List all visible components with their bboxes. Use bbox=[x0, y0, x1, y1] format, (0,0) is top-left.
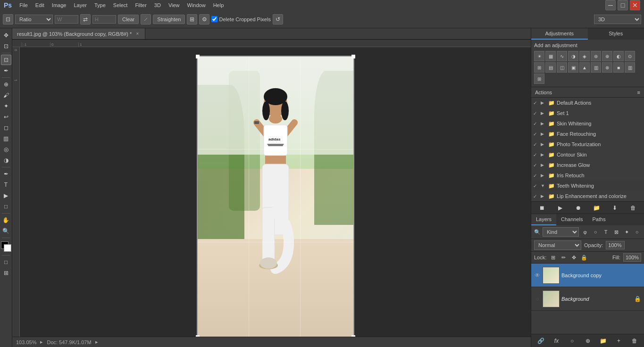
vibrance-icon[interactable]: ◈ bbox=[579, 51, 590, 61]
filter-adj-icon[interactable]: ○ bbox=[591, 228, 600, 236]
menu-image[interactable]: Image bbox=[49, 1, 69, 9]
action-expand-icon[interactable]: ▶ bbox=[541, 121, 546, 126]
layer-visibility-icon[interactable]: 👁 bbox=[534, 272, 541, 279]
zoom-tool[interactable]: 🔍 bbox=[1, 226, 11, 236]
swap-icon[interactable]: ⇄ bbox=[80, 14, 91, 25]
dodge-tool[interactable]: ◑ bbox=[1, 155, 11, 165]
action-photo-texturization[interactable]: ✓ ▶ 📁 Photo Texturization bbox=[531, 139, 644, 149]
lock-transparent-btn[interactable]: ⊞ bbox=[549, 254, 557, 261]
bw-icon[interactable]: ◐ bbox=[613, 51, 624, 61]
menu-select[interactable]: Select bbox=[110, 1, 131, 9]
action-set1[interactable]: ✓ ▶ 📁 Set 1 bbox=[531, 108, 644, 118]
actions-play-btn[interactable]: ▶ bbox=[556, 203, 565, 213]
action-expand-icon[interactable]: ▶ bbox=[541, 100, 546, 105]
threshold-icon[interactable]: ▲ bbox=[579, 62, 590, 73]
action-default-actions[interactable]: ✓ ▶ 📁 Default Actions bbox=[531, 98, 644, 108]
action-expand-icon[interactable]: ▶ bbox=[541, 142, 546, 147]
ratio-select[interactable]: Ratio bbox=[15, 15, 53, 24]
action-skin-whitening[interactable]: ✓ ▶ 📁 Skin Whitening bbox=[531, 118, 644, 129]
hsl-icon[interactable]: ⊛ bbox=[591, 51, 601, 61]
nav-arrow[interactable]: ▸ bbox=[95, 339, 98, 345]
settings-icon[interactable]: ⚙ bbox=[199, 14, 209, 25]
action-expand-icon[interactable]: ▼ bbox=[541, 183, 546, 188]
filter-smart-icon[interactable]: ✦ bbox=[622, 228, 631, 236]
posterize-icon[interactable]: ▣ bbox=[568, 62, 578, 73]
tab-close-button[interactable]: × bbox=[134, 31, 140, 37]
invert-icon[interactable]: ◫ bbox=[557, 62, 567, 73]
quick-mask-btn[interactable]: □ bbox=[1, 257, 11, 267]
layers-fx-btn[interactable]: fx bbox=[552, 336, 561, 346]
pen-tool[interactable]: ✒ bbox=[1, 169, 11, 179]
filter-pixel-icon[interactable]: φ bbox=[581, 228, 589, 236]
eyedropper-tool[interactable]: ✒ bbox=[1, 66, 11, 76]
action-face-retouching[interactable]: ✓ ▶ 📁 Face Retouching bbox=[531, 129, 644, 139]
actions-delete-btn[interactable]: 🗑 bbox=[628, 203, 638, 213]
menu-window[interactable]: Window bbox=[184, 1, 209, 9]
screen-mode-btn[interactable]: ⊞ bbox=[1, 268, 11, 278]
color-balance-icon[interactable]: ⊕ bbox=[602, 51, 612, 61]
history-brush-tool[interactable]: ↩ bbox=[1, 112, 11, 122]
gradient-map-icon[interactable]: ▥ bbox=[591, 62, 601, 73]
kind-select[interactable]: Kind bbox=[543, 227, 579, 237]
grid-icon[interactable]: ⊞ bbox=[187, 14, 197, 25]
actions-menu-icon[interactable]: ≡ bbox=[637, 90, 640, 95]
filter-toggle[interactable]: ○ bbox=[633, 228, 641, 236]
gradient-fill-icon[interactable]: ▥ bbox=[625, 62, 635, 73]
channel-mixer-icon[interactable]: ⊞ bbox=[534, 62, 544, 73]
marquee-tool[interactable]: ⊡ bbox=[1, 41, 11, 51]
menu-layer[interactable]: Layer bbox=[71, 1, 90, 9]
layer-background[interactable]: ○ Background 🔒 bbox=[531, 287, 644, 311]
solid-color-icon[interactable]: ■ bbox=[613, 62, 624, 73]
clear-button[interactable]: Clear bbox=[118, 15, 139, 24]
action-contour-skin[interactable]: ✓ ▶ 📁 Contour Skin bbox=[531, 149, 644, 160]
layers-link-btn[interactable]: 🔗 bbox=[536, 336, 546, 346]
3d-select[interactable]: 3D bbox=[594, 15, 641, 24]
brush-tool[interactable]: 🖌 bbox=[1, 90, 11, 100]
menu-view[interactable]: View bbox=[166, 1, 183, 9]
lock-all-btn[interactable]: 🔒 bbox=[580, 254, 588, 261]
tab-adjustments[interactable]: Adjustments bbox=[531, 28, 588, 40]
menu-edit[interactable]: Edit bbox=[33, 1, 47, 9]
document-tab[interactable]: result1.jpg @ 103% (Background copy, RGB… bbox=[12, 28, 145, 39]
width-input[interactable] bbox=[55, 15, 78, 24]
hand-tool[interactable]: ✋ bbox=[1, 215, 11, 225]
tab-channels[interactable]: Channels bbox=[556, 214, 587, 225]
opacity-input[interactable] bbox=[606, 241, 625, 249]
layer-visibility-icon[interactable]: ○ bbox=[534, 296, 541, 302]
lock-image-btn[interactable]: ✏ bbox=[560, 254, 567, 261]
height-input[interactable] bbox=[92, 15, 116, 24]
background-color[interactable] bbox=[4, 244, 11, 252]
menu-3d[interactable]: 3D bbox=[151, 1, 164, 9]
path-selection-tool[interactable]: ▶ bbox=[1, 190, 11, 201]
selective-color-icon[interactable]: ⊗ bbox=[602, 62, 612, 73]
action-expand-icon[interactable]: ▶ bbox=[541, 173, 546, 178]
action-expand-icon[interactable]: ▶ bbox=[541, 163, 546, 167]
maximize-button[interactable]: □ bbox=[618, 0, 628, 10]
canvas-scroll[interactable]: adidas bbox=[20, 47, 531, 337]
filter-type-icon[interactable]: T bbox=[602, 228, 610, 236]
menu-file[interactable]: File bbox=[17, 1, 31, 9]
actions-save-btn[interactable]: ⬇ bbox=[610, 203, 619, 213]
actions-record-btn[interactable]: ⏺ bbox=[574, 203, 583, 213]
fill-input[interactable] bbox=[623, 253, 641, 262]
actions-create-folder-btn[interactable]: 📁 bbox=[592, 203, 602, 213]
action-iris-retouch[interactable]: ✓ ▶ 📁 Iris Retouch bbox=[531, 170, 644, 181]
tab-layers[interactable]: Layers bbox=[531, 214, 556, 225]
minimize-button[interactable]: ─ bbox=[605, 0, 616, 10]
action-teeth-whitening[interactable]: ✓ ▼ 📁 Teeth Whitening bbox=[531, 181, 644, 191]
type-tool[interactable]: T bbox=[1, 180, 11, 190]
blur-tool[interactable]: ◎ bbox=[1, 144, 11, 155]
crop-tool[interactable]: ⊡ bbox=[1, 55, 11, 65]
filter-shape-icon[interactable]: ⊠ bbox=[612, 228, 620, 236]
menu-type[interactable]: Type bbox=[92, 1, 109, 9]
tab-paths[interactable]: Paths bbox=[588, 214, 611, 225]
rotate-icon[interactable]: ↺ bbox=[273, 14, 283, 25]
tab-styles[interactable]: Styles bbox=[588, 28, 644, 40]
layers-new-btn[interactable]: + bbox=[614, 336, 624, 346]
exposure-icon[interactable]: ◑ bbox=[568, 51, 578, 61]
layers-mask-btn[interactable]: ○ bbox=[568, 336, 577, 346]
close-button[interactable]: ✕ bbox=[630, 0, 640, 10]
action-expand-icon[interactable]: ▶ bbox=[541, 152, 546, 157]
pattern-icon[interactable]: ⊞ bbox=[534, 74, 544, 84]
action-expand-icon[interactable]: ▶ bbox=[541, 194, 546, 198]
